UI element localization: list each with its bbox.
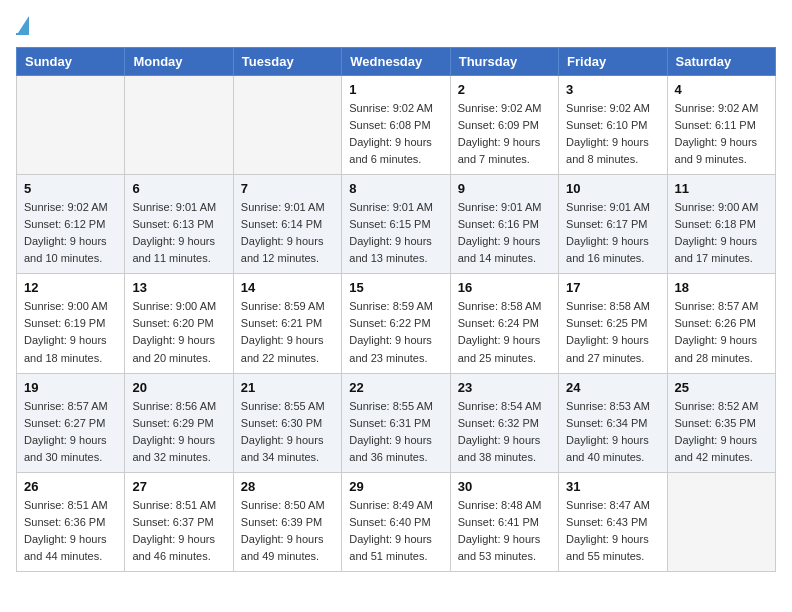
calendar-cell: 3Sunrise: 9:02 AM Sunset: 6:10 PM Daylig… [559, 76, 667, 175]
day-number: 23 [458, 380, 551, 395]
day-info: Sunrise: 8:55 AM Sunset: 6:30 PM Dayligh… [241, 398, 334, 466]
day-info: Sunrise: 8:57 AM Sunset: 6:26 PM Dayligh… [675, 298, 768, 366]
day-info: Sunrise: 9:00 AM Sunset: 6:18 PM Dayligh… [675, 199, 768, 267]
day-info: Sunrise: 8:55 AM Sunset: 6:31 PM Dayligh… [349, 398, 442, 466]
day-number: 26 [24, 479, 117, 494]
day-number: 22 [349, 380, 442, 395]
calendar-cell [233, 76, 341, 175]
calendar-header-tuesday: Tuesday [233, 48, 341, 76]
calendar-cell: 15Sunrise: 8:59 AM Sunset: 6:22 PM Dayli… [342, 274, 450, 373]
day-number: 10 [566, 181, 659, 196]
calendar-cell: 2Sunrise: 9:02 AM Sunset: 6:09 PM Daylig… [450, 76, 558, 175]
day-number: 17 [566, 280, 659, 295]
day-info: Sunrise: 8:59 AM Sunset: 6:21 PM Dayligh… [241, 298, 334, 366]
day-number: 2 [458, 82, 551, 97]
calendar-cell: 18Sunrise: 8:57 AM Sunset: 6:26 PM Dayli… [667, 274, 775, 373]
day-info: Sunrise: 8:51 AM Sunset: 6:36 PM Dayligh… [24, 497, 117, 565]
day-number: 7 [241, 181, 334, 196]
day-number: 5 [24, 181, 117, 196]
calendar-week-row: 1Sunrise: 9:02 AM Sunset: 6:08 PM Daylig… [17, 76, 776, 175]
day-number: 4 [675, 82, 768, 97]
day-number: 29 [349, 479, 442, 494]
day-number: 21 [241, 380, 334, 395]
day-info: Sunrise: 9:02 AM Sunset: 6:09 PM Dayligh… [458, 100, 551, 168]
day-number: 25 [675, 380, 768, 395]
day-number: 31 [566, 479, 659, 494]
day-info: Sunrise: 9:01 AM Sunset: 6:16 PM Dayligh… [458, 199, 551, 267]
calendar-header-row: SundayMondayTuesdayWednesdayThursdayFrid… [17, 48, 776, 76]
calendar-cell [17, 76, 125, 175]
calendar-header-sunday: Sunday [17, 48, 125, 76]
calendar-cell: 12Sunrise: 9:00 AM Sunset: 6:19 PM Dayli… [17, 274, 125, 373]
day-number: 24 [566, 380, 659, 395]
calendar-cell: 5Sunrise: 9:02 AM Sunset: 6:12 PM Daylig… [17, 175, 125, 274]
calendar-cell: 25Sunrise: 8:52 AM Sunset: 6:35 PM Dayli… [667, 373, 775, 472]
day-info: Sunrise: 8:50 AM Sunset: 6:39 PM Dayligh… [241, 497, 334, 565]
calendar-cell: 27Sunrise: 8:51 AM Sunset: 6:37 PM Dayli… [125, 472, 233, 571]
calendar-cell: 31Sunrise: 8:47 AM Sunset: 6:43 PM Dayli… [559, 472, 667, 571]
day-number: 16 [458, 280, 551, 295]
day-number: 9 [458, 181, 551, 196]
day-number: 18 [675, 280, 768, 295]
calendar-cell: 1Sunrise: 9:02 AM Sunset: 6:08 PM Daylig… [342, 76, 450, 175]
page-header [16, 16, 776, 35]
day-info: Sunrise: 9:00 AM Sunset: 6:20 PM Dayligh… [132, 298, 225, 366]
day-number: 13 [132, 280, 225, 295]
logo [16, 16, 29, 35]
calendar-week-row: 26Sunrise: 8:51 AM Sunset: 6:36 PM Dayli… [17, 472, 776, 571]
day-info: Sunrise: 9:00 AM Sunset: 6:19 PM Dayligh… [24, 298, 117, 366]
day-number: 8 [349, 181, 442, 196]
day-info: Sunrise: 8:58 AM Sunset: 6:25 PM Dayligh… [566, 298, 659, 366]
day-info: Sunrise: 9:01 AM Sunset: 6:15 PM Dayligh… [349, 199, 442, 267]
calendar-week-row: 19Sunrise: 8:57 AM Sunset: 6:27 PM Dayli… [17, 373, 776, 472]
calendar-cell: 24Sunrise: 8:53 AM Sunset: 6:34 PM Dayli… [559, 373, 667, 472]
calendar-week-row: 5Sunrise: 9:02 AM Sunset: 6:12 PM Daylig… [17, 175, 776, 274]
day-info: Sunrise: 9:02 AM Sunset: 6:10 PM Dayligh… [566, 100, 659, 168]
day-info: Sunrise: 8:59 AM Sunset: 6:22 PM Dayligh… [349, 298, 442, 366]
calendar-table: SundayMondayTuesdayWednesdayThursdayFrid… [16, 47, 776, 572]
day-number: 20 [132, 380, 225, 395]
day-info: Sunrise: 9:01 AM Sunset: 6:14 PM Dayligh… [241, 199, 334, 267]
calendar-header-saturday: Saturday [667, 48, 775, 76]
day-info: Sunrise: 9:01 AM Sunset: 6:17 PM Dayligh… [566, 199, 659, 267]
day-info: Sunrise: 8:51 AM Sunset: 6:37 PM Dayligh… [132, 497, 225, 565]
calendar-cell: 23Sunrise: 8:54 AM Sunset: 6:32 PM Dayli… [450, 373, 558, 472]
calendar-cell: 20Sunrise: 8:56 AM Sunset: 6:29 PM Dayli… [125, 373, 233, 472]
calendar-header-thursday: Thursday [450, 48, 558, 76]
day-info: Sunrise: 8:47 AM Sunset: 6:43 PM Dayligh… [566, 497, 659, 565]
calendar-cell [667, 472, 775, 571]
calendar-cell: 11Sunrise: 9:00 AM Sunset: 6:18 PM Dayli… [667, 175, 775, 274]
day-number: 12 [24, 280, 117, 295]
calendar-cell: 26Sunrise: 8:51 AM Sunset: 6:36 PM Dayli… [17, 472, 125, 571]
day-number: 6 [132, 181, 225, 196]
calendar-cell: 30Sunrise: 8:48 AM Sunset: 6:41 PM Dayli… [450, 472, 558, 571]
calendar-cell [125, 76, 233, 175]
calendar-week-row: 12Sunrise: 9:00 AM Sunset: 6:19 PM Dayli… [17, 274, 776, 373]
day-number: 15 [349, 280, 442, 295]
calendar-cell: 28Sunrise: 8:50 AM Sunset: 6:39 PM Dayli… [233, 472, 341, 571]
calendar-cell: 7Sunrise: 9:01 AM Sunset: 6:14 PM Daylig… [233, 175, 341, 274]
day-info: Sunrise: 8:49 AM Sunset: 6:40 PM Dayligh… [349, 497, 442, 565]
calendar-cell: 6Sunrise: 9:01 AM Sunset: 6:13 PM Daylig… [125, 175, 233, 274]
calendar-cell: 21Sunrise: 8:55 AM Sunset: 6:30 PM Dayli… [233, 373, 341, 472]
day-info: Sunrise: 9:02 AM Sunset: 6:08 PM Dayligh… [349, 100, 442, 168]
calendar-cell: 4Sunrise: 9:02 AM Sunset: 6:11 PM Daylig… [667, 76, 775, 175]
calendar-cell: 29Sunrise: 8:49 AM Sunset: 6:40 PM Dayli… [342, 472, 450, 571]
calendar-cell: 22Sunrise: 8:55 AM Sunset: 6:31 PM Dayli… [342, 373, 450, 472]
day-number: 1 [349, 82, 442, 97]
calendar-cell: 9Sunrise: 9:01 AM Sunset: 6:16 PM Daylig… [450, 175, 558, 274]
day-number: 27 [132, 479, 225, 494]
calendar-cell: 10Sunrise: 9:01 AM Sunset: 6:17 PM Dayli… [559, 175, 667, 274]
day-number: 3 [566, 82, 659, 97]
day-number: 19 [24, 380, 117, 395]
day-number: 11 [675, 181, 768, 196]
calendar-cell: 14Sunrise: 8:59 AM Sunset: 6:21 PM Dayli… [233, 274, 341, 373]
day-info: Sunrise: 8:57 AM Sunset: 6:27 PM Dayligh… [24, 398, 117, 466]
calendar-cell: 19Sunrise: 8:57 AM Sunset: 6:27 PM Dayli… [17, 373, 125, 472]
day-info: Sunrise: 9:01 AM Sunset: 6:13 PM Dayligh… [132, 199, 225, 267]
day-info: Sunrise: 8:53 AM Sunset: 6:34 PM Dayligh… [566, 398, 659, 466]
calendar-cell: 8Sunrise: 9:01 AM Sunset: 6:15 PM Daylig… [342, 175, 450, 274]
calendar-cell: 16Sunrise: 8:58 AM Sunset: 6:24 PM Dayli… [450, 274, 558, 373]
day-number: 28 [241, 479, 334, 494]
day-info: Sunrise: 8:52 AM Sunset: 6:35 PM Dayligh… [675, 398, 768, 466]
